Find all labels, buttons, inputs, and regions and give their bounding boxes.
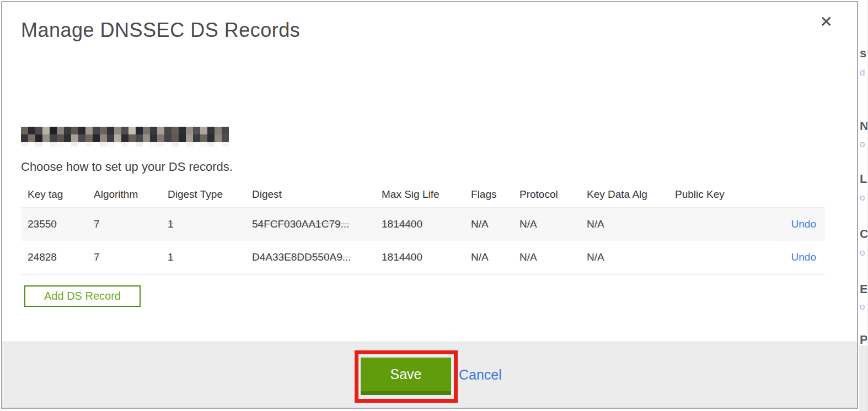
table-header-row: Key tag Algorithm Digest Type Digest Max… [21, 182, 825, 207]
key-data-alg-cell: N/A [587, 218, 675, 230]
table-row: 24828 7 1 D4A33E8DD550A9... 1814400 N/A … [21, 241, 825, 274]
subtitle: Choose how to set up your DS records. [21, 160, 233, 174]
column-header: Algorithm [94, 188, 168, 201]
flags-cell: N/A [471, 218, 519, 230]
column-header: Max Sig Life [382, 188, 471, 201]
flags-cell: N/A [471, 251, 519, 263]
digest-type-cell: 1 [168, 251, 252, 263]
key-data-alg-cell: N/A [587, 251, 675, 263]
column-header: Key Data Alg [587, 188, 675, 201]
table-row: 23550 7 1 54FCF030AA1C79... 1814400 N/A … [21, 207, 825, 241]
undo-link[interactable]: Undo [791, 218, 816, 230]
algorithm-cell: 7 [94, 251, 168, 263]
background-page-strip: s d N o L o C o E o P o [859, 0, 868, 411]
digest-cell: D4A33E8DD550A9... [252, 251, 382, 263]
bg-edge-line [867, 0, 867, 411]
ds-records-table: Key tag Algorithm Digest Type Digest Max… [21, 182, 825, 274]
page-title: Manage DNSSEC DS Records [21, 19, 300, 42]
algorithm-cell: 7 [94, 218, 168, 230]
digest-cell: 54FCF030AA1C79... [252, 218, 382, 230]
save-button[interactable]: Save [361, 358, 451, 395]
cancel-button[interactable]: Cancel [459, 367, 502, 383]
protocol-cell: N/A [519, 218, 587, 230]
column-header: Flags [471, 188, 519, 201]
protocol-cell: N/A [519, 251, 587, 263]
column-header: Digest [252, 188, 382, 201]
column-header: Key tag [28, 188, 94, 201]
digest-type-cell: 1 [168, 218, 252, 230]
page: s d N o L o C o E o P o Manage DNSSEC DS… [0, 0, 868, 411]
column-header: Protocol [519, 188, 587, 201]
column-header: Public Key [675, 188, 769, 201]
manage-dnssec-modal: Manage DNSSEC DS Records ✕ Choose how to… [1, 1, 858, 409]
max-sig-life-cell: 1814400 [382, 218, 471, 230]
column-header: Digest Type [168, 188, 252, 201]
redacted-domain [21, 127, 229, 147]
close-icon[interactable]: ✕ [820, 14, 833, 30]
key-tag-cell: 23550 [28, 218, 94, 230]
key-tag-cell: 24828 [28, 251, 94, 263]
undo-link[interactable]: Undo [791, 251, 816, 263]
max-sig-life-cell: 1814400 [382, 251, 471, 263]
add-ds-record-button[interactable]: Add DS Record [24, 285, 141, 307]
